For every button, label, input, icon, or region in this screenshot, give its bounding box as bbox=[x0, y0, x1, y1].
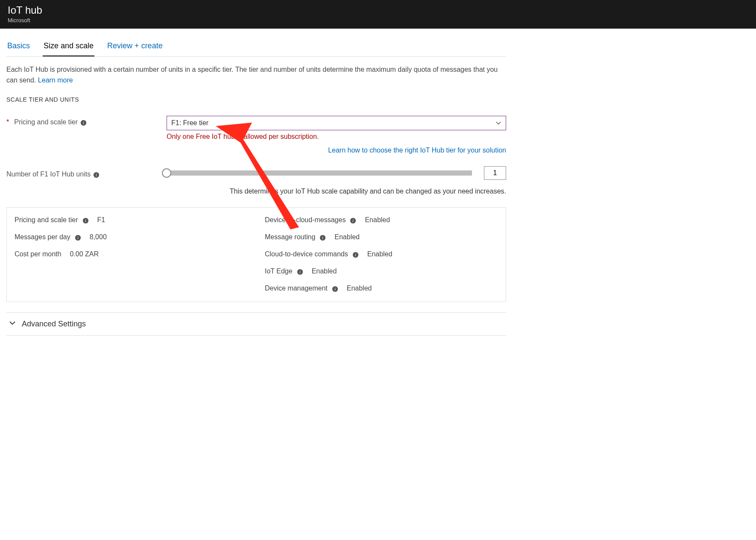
detail-value: Enabled bbox=[334, 233, 360, 241]
info-icon[interactable]: i bbox=[93, 171, 100, 177]
advanced-label: Advanced Settings bbox=[22, 320, 86, 329]
tab-bar: Basics Size and scale Review + create bbox=[6, 37, 506, 57]
detail-label: Device-to-cloud-messages bbox=[265, 216, 346, 224]
detail-value: Enabled bbox=[367, 250, 393, 258]
detail-pricing-tier: Pricing and scale tier i F1 bbox=[15, 216, 248, 224]
units-input[interactable] bbox=[484, 166, 506, 180]
tier-select-value: F1: Free tier bbox=[171, 119, 208, 127]
learn-more-link[interactable]: Learn more bbox=[38, 76, 73, 84]
detail-d2c: Device-to-cloud-messages i Enabled bbox=[265, 216, 498, 224]
detail-label: Pricing and scale tier bbox=[15, 216, 78, 224]
intro-text: Each IoT Hub is provisioned with a certa… bbox=[6, 65, 506, 86]
tier-label: * Pricing and scale tier i bbox=[6, 116, 167, 126]
advanced-settings-toggle[interactable]: Advanced Settings bbox=[6, 312, 506, 336]
info-icon[interactable]: i bbox=[80, 119, 87, 125]
tier-select[interactable]: F1: Free tier bbox=[167, 116, 506, 130]
detail-value: Enabled bbox=[347, 285, 372, 292]
info-icon[interactable]: i bbox=[75, 234, 81, 240]
info-icon[interactable]: i bbox=[297, 268, 303, 274]
choose-tier-link[interactable]: Learn how to choose the right IoT Hub ti… bbox=[328, 147, 506, 154]
info-icon[interactable]: i bbox=[82, 217, 89, 223]
info-icon[interactable]: i bbox=[332, 285, 338, 291]
detail-value: F1 bbox=[97, 216, 105, 224]
chevron-down-icon bbox=[495, 120, 501, 126]
svg-text:i: i bbox=[322, 236, 323, 241]
svg-text:i: i bbox=[355, 253, 356, 258]
page-header: IoT hub Microsoft bbox=[0, 0, 756, 29]
units-help: This determines your IoT Hub scale capab… bbox=[6, 188, 506, 195]
detail-label: Messages per day bbox=[15, 233, 70, 241]
svg-text:i: i bbox=[96, 173, 97, 178]
svg-text:i: i bbox=[85, 219, 86, 223]
detail-cost: Cost per month 0.00 ZAR bbox=[15, 250, 248, 258]
detail-label: Message routing bbox=[265, 233, 315, 241]
svg-text:i: i bbox=[77, 236, 79, 241]
page-subtitle: Microsoft bbox=[8, 17, 748, 23]
info-icon[interactable]: i bbox=[352, 251, 359, 257]
tier-label-text: Pricing and scale tier bbox=[14, 118, 78, 126]
chevron-down-icon bbox=[9, 320, 16, 329]
units-label: Number of F1 IoT Hub units i bbox=[6, 168, 167, 178]
page-title: IoT hub bbox=[8, 4, 748, 16]
detail-value: 0.00 ZAR bbox=[70, 250, 99, 258]
svg-text:i: i bbox=[334, 287, 336, 292]
info-icon[interactable]: i bbox=[350, 217, 356, 223]
tab-basics[interactable]: Basics bbox=[6, 37, 31, 56]
detail-label: Device management bbox=[265, 285, 328, 292]
tab-review-create[interactable]: Review + create bbox=[106, 37, 164, 56]
detail-label: Cost per month bbox=[15, 250, 61, 258]
required-marker: * bbox=[6, 118, 9, 126]
tier-details-box: Pricing and scale tier i F1 Messages per… bbox=[6, 207, 506, 302]
detail-messages: Messages per day i 8,000 bbox=[15, 233, 248, 241]
detail-value: 8,000 bbox=[90, 233, 107, 241]
intro-body: Each IoT Hub is provisioned with a certa… bbox=[6, 66, 498, 84]
units-slider[interactable] bbox=[167, 170, 472, 176]
svg-text:i: i bbox=[299, 270, 301, 275]
section-heading: SCALE TIER AND UNITS bbox=[6, 96, 506, 103]
detail-routing: Message routing i Enabled bbox=[265, 233, 498, 241]
tier-warning: Only one Free IoT hub is allowed per sub… bbox=[167, 133, 506, 141]
detail-value: Enabled bbox=[312, 267, 337, 275]
svg-text:i: i bbox=[352, 219, 354, 223]
svg-text:i: i bbox=[83, 121, 84, 126]
info-icon[interactable]: i bbox=[319, 234, 326, 240]
units-label-text: Number of F1 IoT Hub units bbox=[6, 170, 91, 178]
detail-c2d: Cloud-to-device commands i Enabled bbox=[265, 250, 498, 258]
slider-thumb[interactable] bbox=[162, 168, 171, 178]
tab-size-and-scale[interactable]: Size and scale bbox=[43, 37, 94, 56]
detail-label: Cloud-to-device commands bbox=[265, 250, 348, 258]
detail-devmgmt: Device management i Enabled bbox=[265, 285, 498, 292]
detail-label: IoT Edge bbox=[265, 267, 293, 275]
detail-value: Enabled bbox=[365, 216, 390, 224]
detail-edge: IoT Edge i Enabled bbox=[265, 267, 498, 275]
